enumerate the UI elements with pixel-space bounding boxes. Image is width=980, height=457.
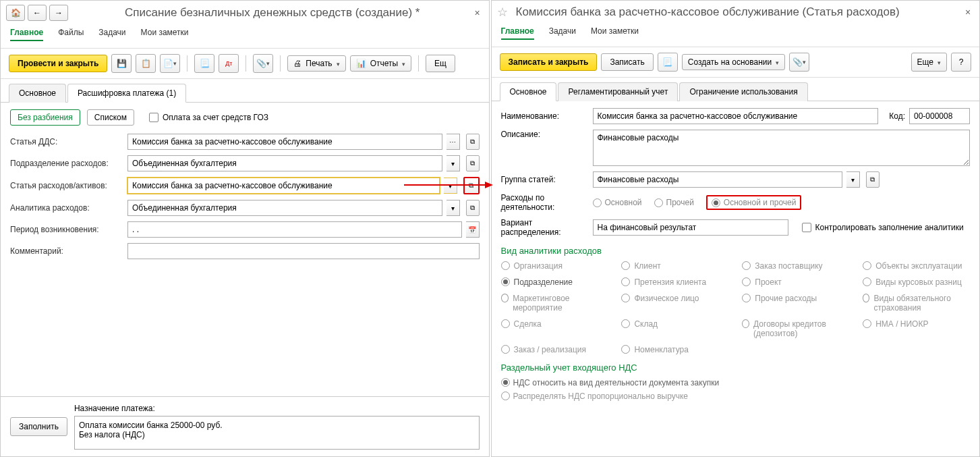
tab-main-r[interactable]: Основное <box>500 82 557 101</box>
save-icon[interactable]: 💾 <box>111 54 132 73</box>
dept-open-icon[interactable]: ⧉ <box>466 155 480 171</box>
comment-label: Комментарий: <box>10 246 123 256</box>
post-icon[interactable]: 📋 <box>136 54 156 73</box>
analytics-radio-6[interactable]: Проект <box>742 277 849 287</box>
analytics-radio-1[interactable]: Клиент <box>621 261 728 271</box>
menu-notes-r[interactable]: Мои заметки <box>591 26 639 40</box>
analytics-radio-2[interactable]: Заказ поставщику <box>742 261 849 271</box>
menu-tasks-r[interactable]: Задачи <box>549 26 576 40</box>
tab-restriction[interactable]: Ограничение использования <box>679 82 807 101</box>
analytics-dd[interactable]: ▾ <box>446 200 460 216</box>
period-label: Период возникновения: <box>10 225 123 234</box>
dds-dots[interactable]: ⋯ <box>446 134 460 150</box>
dds-open-icon[interactable]: ⧉ <box>466 134 480 150</box>
vat-section-title: Раздельный учет входящего НДС <box>501 362 971 373</box>
window-title-left: Списание безналичных денежных средств (с… <box>76 6 469 20</box>
desc-label: Описание: <box>501 130 589 139</box>
arrow-indicator <box>404 181 493 189</box>
control-checkbox[interactable]: Контролировать заполнение аналитики <box>802 223 964 232</box>
analytics-radio-0[interactable]: Организация <box>501 261 608 271</box>
analytics-radio-3[interactable]: Объекты эксплуатации <box>863 261 970 271</box>
goz-checkbox[interactable]: Оплата за счет средств ГОЗ <box>149 113 268 122</box>
list-icon[interactable]: 📃 <box>194 54 214 73</box>
purpose-textarea[interactable]: Оплата комиссии банка 25000-00 руб. Без … <box>74 416 480 450</box>
analytics-radio-15[interactable]: НМА / НИОКР <box>863 319 970 338</box>
dist-label: Вариант распределения: <box>501 218 589 238</box>
analytics-radio-16[interactable]: Заказ / реализация <box>501 345 608 354</box>
vat-radio-dist[interactable]: Распределять НДС пропорционально выручке <box>501 392 971 401</box>
menu-tasks[interactable]: Задачи <box>98 28 125 41</box>
analytics-radio-8[interactable]: Маркетинговое мероприятие <box>501 294 608 313</box>
group-input[interactable]: Финансовые расходы <box>593 171 842 188</box>
menu-main-r[interactable]: Главное <box>501 26 534 40</box>
svg-marker-1 <box>485 182 493 188</box>
post-close-button[interactable]: Провести и закрыть <box>9 55 107 72</box>
reports-button[interactable]: 📊 Отчеты <box>350 55 411 72</box>
analytics-input[interactable]: Объединенная бухгалтерия <box>127 200 442 216</box>
code-label: Код: <box>889 111 905 121</box>
vat-radio-doc[interactable]: НДС относить на вид деятельности докумен… <box>501 378 971 387</box>
dist-input[interactable]: На финансовый результат <box>593 219 788 236</box>
menu-files[interactable]: Файлы <box>58 28 84 41</box>
activity-radio-main[interactable]: Основной <box>593 198 642 207</box>
list-icon-r[interactable]: 📃 <box>658 53 678 72</box>
analytics-radio-4[interactable]: Подразделение <box>501 277 608 287</box>
window-title-right: Комиссия банка за расчетно-кассовое обсл… <box>516 5 960 19</box>
activity-radio-both[interactable]: Основной и прочей <box>712 198 797 207</box>
analytics-radio-10[interactable]: Прочие расходы <box>742 294 849 313</box>
misc-dd-icon[interactable]: 📄 <box>160 54 180 73</box>
more-button[interactable]: Ещ <box>426 55 455 72</box>
close-icon-right[interactable]: × <box>962 6 974 18</box>
fill-button[interactable]: Заполнить <box>10 417 67 436</box>
close-icon[interactable]: × <box>471 7 484 19</box>
save-button[interactable]: Записать <box>601 53 653 71</box>
home-icon[interactable]: 🏠 <box>6 5 25 21</box>
dept-dd[interactable]: ▾ <box>446 155 460 171</box>
analytics-radio-11[interactable]: Виды обязательного страхования <box>863 294 970 313</box>
dt-kt-icon[interactable]: Дт <box>219 54 239 73</box>
analytics-open-icon[interactable]: ⧉ <box>466 200 480 216</box>
dds-input[interactable]: Комиссия банка за расчетно-кассовое обсл… <box>127 134 442 150</box>
analytics-radio-12[interactable]: Сделка <box>501 319 608 338</box>
analytics-radio-9[interactable]: Физическое лицо <box>621 294 728 313</box>
group-dd[interactable]: ▾ <box>846 171 860 188</box>
calendar-icon[interactable]: 📅 <box>466 221 480 238</box>
analytics-section-title: Вид аналитики расходов <box>501 246 971 256</box>
more-button-r[interactable]: Еще <box>911 53 947 72</box>
forward-icon[interactable]: → <box>49 5 68 21</box>
mode-list[interactable]: Списком <box>87 109 134 126</box>
tab-accounting[interactable]: Регламентированный учет <box>558 82 678 101</box>
menu-main[interactable]: Главное <box>10 28 43 41</box>
period-input[interactable]: . . <box>127 221 462 238</box>
analytics-radio-17[interactable]: Номенклатура <box>621 345 728 354</box>
star-icon[interactable]: ☆ <box>497 5 508 20</box>
comment-input[interactable] <box>127 243 480 259</box>
menu-notes[interactable]: Мои заметки <box>141 28 189 41</box>
dept-label: Подразделение расходов: <box>10 159 123 168</box>
analytics-radio-7[interactable]: Виды курсовых разниц <box>863 277 970 287</box>
group-open-icon[interactable]: ⧉ <box>866 171 880 188</box>
activity-label: Расходы по деятельности: <box>501 193 589 213</box>
tab-main[interactable]: Основное <box>9 84 66 103</box>
exp-input[interactable]: Комиссия банка за расчетно-кассовое обсл… <box>127 178 440 194</box>
create-based-button[interactable]: Создать на основании <box>682 54 786 70</box>
exp-label: Статья расходов/активов: <box>10 181 123 190</box>
dds-label: Статья ДДС: <box>10 137 123 146</box>
save-close-button[interactable]: Записать и закрыть <box>500 53 598 71</box>
mode-no-split[interactable]: Без разбиения <box>10 109 80 126</box>
tab-detail[interactable]: Расшифровка платежа (1) <box>67 84 186 103</box>
activity-radio-other[interactable]: Прочей <box>654 198 694 207</box>
attach-icon-r[interactable]: 📎 <box>789 53 809 72</box>
back-icon[interactable]: ← <box>28 5 47 21</box>
analytics-radio-5[interactable]: Претензия клиента <box>621 277 728 287</box>
name-label: Наименование: <box>501 111 589 121</box>
attach-icon[interactable]: 📎 <box>253 54 273 73</box>
analytics-radio-13[interactable]: Склад <box>621 319 728 338</box>
dept-input[interactable]: Объединенная бухгалтерия <box>127 155 442 171</box>
name-input[interactable] <box>593 108 879 124</box>
desc-textarea[interactable] <box>593 130 971 166</box>
analytics-radio-14[interactable]: Договоры кредитов (депозитов) <box>742 319 849 338</box>
code-input[interactable] <box>909 108 970 124</box>
print-button[interactable]: 🖨 Печать <box>287 55 345 72</box>
help-icon[interactable]: ? <box>951 53 971 72</box>
